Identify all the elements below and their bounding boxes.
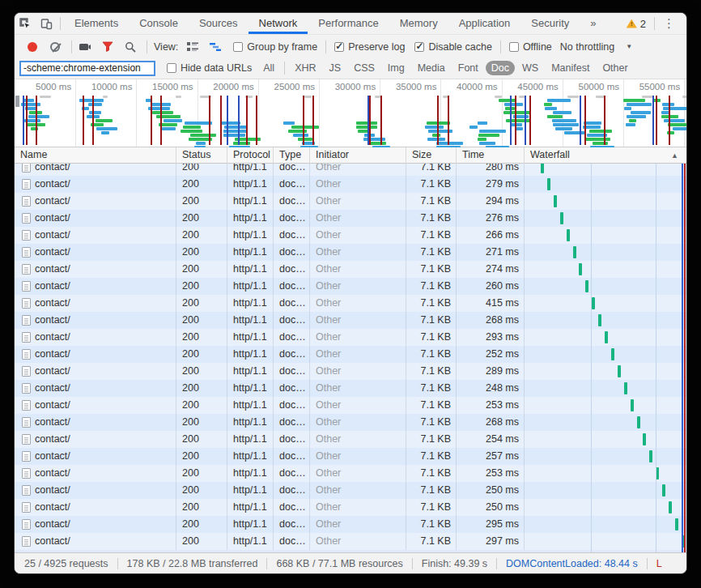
cell-time: 253 ms xyxy=(457,397,525,414)
filter-type-css[interactable]: CSS xyxy=(348,61,380,75)
cell-protocol: http/1.1 xyxy=(227,164,274,176)
table-row[interactable]: contact/200http/1.1doc…Other7.1 KB276 ms xyxy=(15,210,686,227)
checkbox-icon xyxy=(167,63,176,73)
filter-type-media[interactable]: Media xyxy=(412,61,451,75)
cell-initiator: Other xyxy=(310,448,406,465)
inspect-element-icon[interactable] xyxy=(15,13,36,34)
table-row[interactable]: contact/200http/1.1doc…Other7.1 KB248 ms xyxy=(15,380,686,397)
request-name: contact/ xyxy=(35,380,70,397)
table-row[interactable]: contact/200http/1.1doc…Other7.1 KB295 ms xyxy=(15,516,686,533)
tab-security[interactable]: Security xyxy=(520,13,580,34)
tab-network[interactable]: Network xyxy=(249,13,308,34)
table-row[interactable]: contact/200http/1.1doc…Other7.1 KB294 ms xyxy=(15,193,686,210)
filter-type-all[interactable]: All xyxy=(257,61,280,75)
column-header-protocol[interactable]: Protocol xyxy=(227,147,274,164)
filter-type-font[interactable]: Font xyxy=(452,61,484,75)
column-header-size[interactable]: Size xyxy=(406,147,457,164)
warning-count: 2 xyxy=(640,18,646,30)
throttling-dropdown[interactable]: No throttling ▼ xyxy=(560,41,632,53)
cell-initiator: Other xyxy=(310,465,406,482)
filter-input[interactable] xyxy=(19,61,155,76)
cell-status: 200 xyxy=(176,448,227,465)
filter-type-xhr[interactable]: XHR xyxy=(289,61,321,75)
table-row[interactable]: contact/200http/1.1doc…Other7.1 KB268 ms xyxy=(15,414,686,431)
table-row[interactable]: contact/200http/1.1doc…Other7.1 KB254 ms xyxy=(15,431,686,448)
table-row[interactable]: contact/200http/1.1doc…Other7.1 KB253 ms xyxy=(15,465,686,482)
waterfall-bar xyxy=(579,263,582,275)
table-row[interactable]: contact/200http/1.1doc…Other7.1 KB252 ms xyxy=(15,346,686,363)
request-name: contact/ xyxy=(35,414,70,431)
cell-type: doc… xyxy=(274,295,310,312)
tab-elements[interactable]: Elements xyxy=(64,13,129,34)
filter-type-ws[interactable]: WS xyxy=(516,61,544,75)
filter-type-manifest[interactable]: Manifest xyxy=(546,61,595,75)
cell-time: 250 ms xyxy=(457,499,525,516)
tab-sources[interactable]: Sources xyxy=(189,13,249,34)
record-button[interactable] xyxy=(23,38,42,56)
disable-cache-checkbox[interactable]: Disable cache xyxy=(414,41,492,53)
table-row[interactable]: contact/200http/1.1doc…Other7.1 KB297 ms xyxy=(15,533,686,550)
document-icon xyxy=(22,196,31,207)
overview-request-bar xyxy=(629,119,636,122)
cell-protocol: http/1.1 xyxy=(227,295,274,312)
column-header-initiator[interactable]: Initiator xyxy=(310,147,406,164)
column-header-status[interactable]: Status xyxy=(176,147,227,164)
overview-dcl-event-line xyxy=(525,96,526,145)
show-overview-button[interactable] xyxy=(206,38,225,56)
table-row[interactable]: contact/200http/1.1doc…Other7.1 KB274 ms xyxy=(15,261,686,278)
cell-time: 280 ms xyxy=(457,164,525,176)
device-toolbar-icon[interactable] xyxy=(36,13,57,34)
preserve-log-checkbox[interactable]: Preserve log xyxy=(334,41,405,53)
table-row[interactable]: contact/200http/1.1doc…Other7.1 KB293 ms xyxy=(15,329,686,346)
document-icon xyxy=(22,536,31,547)
table-row[interactable]: contact/200http/1.1doc…Other7.1 KB279 ms xyxy=(15,176,686,193)
table-row[interactable]: contact/200http/1.1doc…Other7.1 KB253 ms xyxy=(15,397,686,414)
table-row[interactable]: contact/200http/1.1doc…Other7.1 KB415 ms xyxy=(15,295,686,312)
overview-tick xyxy=(176,96,181,98)
hide-data-urls-checkbox[interactable]: Hide data URLs xyxy=(167,62,252,74)
network-overview[interactable]: 5000 ms10000 ms15000 ms20000 ms25000 ms3… xyxy=(15,79,686,147)
table-row[interactable]: contact/200http/1.1doc…Other7.1 KB271 ms xyxy=(15,244,686,261)
tab-performance[interactable]: Performance xyxy=(308,13,389,34)
tab-console[interactable]: Console xyxy=(129,13,189,34)
disable-cache-label: Disable cache xyxy=(428,41,492,53)
column-header-name[interactable]: Name xyxy=(15,147,176,164)
cell-size: 7.1 KB xyxy=(406,448,457,465)
cell-status: 200 xyxy=(176,278,227,295)
tab-[interactable]: » xyxy=(580,13,606,34)
issues-warning-badge[interactable]: 2 xyxy=(627,18,646,30)
overview-load-event-line xyxy=(604,96,605,145)
filter-type-doc[interactable]: Doc xyxy=(486,61,515,75)
devtools-menu-icon[interactable]: ⋮ xyxy=(658,16,680,31)
filter-button[interactable] xyxy=(98,38,117,56)
column-header-time[interactable]: Time xyxy=(457,147,525,164)
cell-size: 7.1 KB xyxy=(406,193,457,210)
tab-memory[interactable]: Memory xyxy=(389,13,448,34)
column-header-type[interactable]: Type xyxy=(274,147,310,164)
tab-application[interactable]: Application xyxy=(448,13,521,34)
cell-time: 268 ms xyxy=(457,414,525,431)
offline-checkbox[interactable]: Offline xyxy=(509,41,552,53)
group-by-frame-checkbox[interactable]: Group by frame xyxy=(233,41,317,53)
search-button[interactable] xyxy=(121,38,140,56)
table-row[interactable]: contact/200http/1.1doc…Other7.1 KB280 ms xyxy=(15,164,686,176)
capture-screenshots-button[interactable] xyxy=(75,38,95,56)
table-row[interactable]: contact/200http/1.1doc…Other7.1 KB268 ms xyxy=(15,312,686,329)
table-row[interactable]: contact/200http/1.1doc…Other7.1 KB266 ms xyxy=(15,227,686,244)
use-large-rows-button[interactable] xyxy=(183,38,202,56)
table-row[interactable]: contact/200http/1.1doc…Other7.1 KB289 ms xyxy=(15,363,686,380)
table-row[interactable]: contact/200http/1.1doc…Other7.1 KB257 ms xyxy=(15,448,686,465)
table-row[interactable]: contact/200http/1.1doc…Other7.1 KB250 ms xyxy=(15,499,686,516)
cell-time: 271 ms xyxy=(457,244,525,261)
filter-type-img[interactable]: Img xyxy=(382,61,410,75)
load-summary: L xyxy=(656,558,662,569)
overview-request-bar xyxy=(673,127,686,130)
table-row[interactable]: contact/200http/1.1doc…Other7.1 KB250 ms xyxy=(15,482,686,499)
filter-type-js[interactable]: JS xyxy=(324,61,347,75)
clear-button[interactable] xyxy=(45,38,65,56)
overview-graph[interactable] xyxy=(15,96,686,147)
column-header-waterfall[interactable]: Waterfall▲ xyxy=(525,147,686,164)
table-row[interactable]: contact/200http/1.1doc…Other7.1 KB260 ms xyxy=(15,278,686,295)
filter-type-other[interactable]: Other xyxy=(597,61,633,75)
cell-protocol: http/1.1 xyxy=(227,227,274,244)
